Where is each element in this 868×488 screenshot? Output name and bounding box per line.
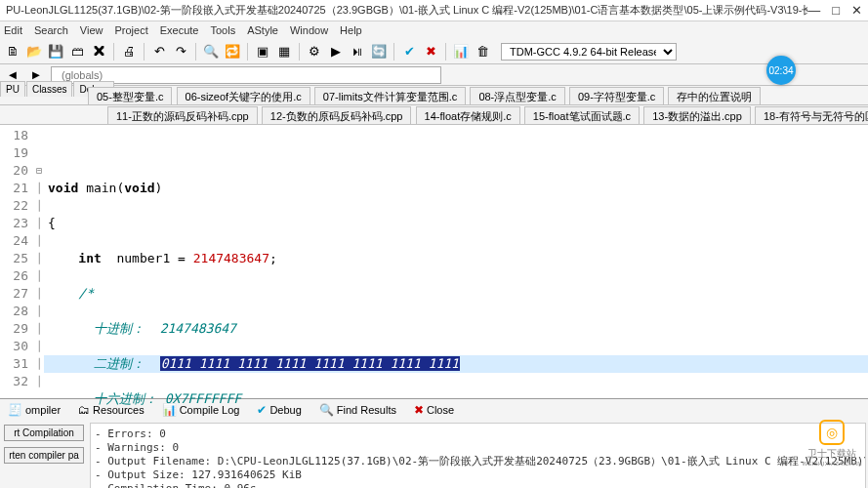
fold-icon: ⊟: [34, 162, 44, 180]
compilerun-icon[interactable]: ⏯: [349, 43, 366, 61]
text-selection: 0111 1111 1111 1111 1111 1111 1111 1111: [160, 356, 460, 371]
file-tab[interactable]: 09-字符型变量.c: [569, 87, 664, 105]
print-icon[interactable]: 🖨: [120, 43, 138, 61]
file-tab[interactable]: 14-float存储规则.c: [416, 106, 520, 125]
goto2-icon[interactable]: ▦: [275, 43, 293, 61]
menu-edit[interactable]: Edit: [4, 24, 22, 36]
toolbar-separator: [393, 43, 394, 61]
close-tab-icon: ✖: [414, 403, 424, 417]
menu-view[interactable]: View: [80, 24, 103, 36]
bottom-panel: 🧾ompiler 🗂Resources 📊Compile Log ✔Debug …: [0, 398, 868, 488]
menu-tools[interactable]: Tools: [210, 24, 235, 36]
menu-execute[interactable]: Execute: [160, 24, 199, 36]
file-tab[interactable]: 15-float笔试面试题.c: [524, 106, 640, 125]
toolbar-separator: [113, 43, 114, 61]
main-toolbar: 🗎 📂 💾 🗃 🗙 🖨 ↶ ↷ 🔍 🔁 ▣ ▦ ⚙ ▶ ⏯ 🔄 ✔ ✖ 📊 🗑 …: [0, 39, 868, 64]
bottom-tab-find[interactable]: 🔍Find Results: [315, 401, 400, 419]
line-gutter: 181920 212223 242526 272829 303132: [0, 125, 34, 398]
menu-project[interactable]: Project: [114, 24, 147, 36]
bottom-left-buttons: rt Compilation rten compiler pa: [0, 421, 88, 488]
maximize-icon[interactable]: □: [832, 3, 840, 18]
window-title: PU-LeonJLGL1125(37.1GB)\02-第一阶段嵌入式开发基础20…: [6, 3, 807, 18]
menu-search[interactable]: Search: [34, 24, 68, 36]
fold-column: ⊟││││││││││││: [34, 125, 44, 398]
toolbar-separator: [195, 43, 196, 61]
bottom-tab-compile-log[interactable]: 📊Compile Log: [158, 401, 244, 419]
close-icon[interactable]: ✕: [851, 3, 862, 18]
toolbar-separator: [247, 43, 248, 61]
left-tab-classes[interactable]: Classes: [26, 81, 73, 97]
run-icon[interactable]: ▶: [327, 43, 345, 61]
bottom-tab-compiler[interactable]: 🧾ompiler: [4, 401, 64, 419]
compile-output: - Errors: 0 - Warnings: 0 - Output Filen…: [90, 423, 866, 488]
file-tab[interactable]: 05-整型变量.c: [88, 87, 172, 105]
file-tabs-row2: 11-正数的源码反码补码.cpp 12-负数的原码反码补码.cpp 14-flo…: [0, 105, 868, 125]
file-tab[interactable]: 18-有符号与无符号的区别.c: [755, 106, 868, 125]
delete-icon[interactable]: 🗑: [474, 43, 491, 61]
left-tab-pu[interactable]: PU: [0, 81, 25, 97]
undo-icon[interactable]: ↶: [150, 43, 168, 61]
debug-icon[interactable]: ✔: [400, 43, 418, 61]
file-tab[interactable]: 存中的位置说明: [668, 87, 761, 105]
abort-compilation-button[interactable]: rt Compilation: [4, 425, 84, 441]
menu-window[interactable]: Window: [290, 24, 328, 36]
title-bar: PU-LeonJLGL1125(37.1GB)\02-第一阶段嵌入式开发基础20…: [0, 0, 868, 21]
bottom-tabs: 🧾ompiler 🗂Resources 📊Compile Log ✔Debug …: [0, 399, 868, 421]
file-tab[interactable]: 07-limits文件计算变量范围.c: [314, 87, 467, 105]
compile-icon[interactable]: ⚙: [306, 43, 323, 61]
resources-icon: 🗂: [78, 403, 90, 417]
code-text[interactable]: void main(void) { int number1 = 21474836…: [44, 125, 868, 398]
new-icon[interactable]: 🗎: [4, 43, 21, 61]
minimize-icon[interactable]: —: [807, 3, 820, 18]
close-file-icon[interactable]: 🗙: [90, 43, 107, 61]
file-tab[interactable]: 11-正数的源码反码补码.cpp: [107, 106, 258, 125]
menu-astyle[interactable]: AStyle: [247, 24, 278, 36]
file-tab[interactable]: 13-数据的溢出.cpp: [643, 106, 751, 125]
bottom-tab-debug[interactable]: ✔Debug: [253, 401, 305, 419]
redo-icon[interactable]: ↷: [172, 43, 189, 61]
watermark-icon: ◎: [819, 420, 845, 445]
menu-help[interactable]: Help: [340, 24, 362, 36]
find-icon: 🔍: [319, 403, 334, 417]
compiler-select[interactable]: TDM-GCC 4.9.2 64-bit Release: [501, 43, 677, 61]
compiler-icon: 🧾: [8, 403, 22, 417]
file-tab[interactable]: 06-sizeof关键字的使用.c: [177, 87, 310, 105]
shorten-path-button[interactable]: rten compiler pa: [4, 447, 84, 464]
save-icon[interactable]: 💾: [47, 43, 64, 61]
bottom-tab-close[interactable]: ✖Close: [410, 401, 458, 419]
file-tab[interactable]: 12-负数的原码反码补码.cpp: [262, 106, 412, 125]
toolbar-separator: [144, 43, 145, 61]
stop-icon[interactable]: ✖: [422, 43, 439, 61]
watermark: ◎ 卫士下载站 WEISHIXIAZAIZHAN: [803, 420, 862, 467]
replace-icon[interactable]: 🔁: [224, 43, 241, 61]
saveall-icon[interactable]: 🗃: [68, 43, 86, 61]
find-icon[interactable]: 🔍: [202, 43, 220, 61]
timer-badge: 02:34: [766, 56, 796, 85]
open-icon[interactable]: 📂: [25, 43, 43, 61]
watermark-url: WEISHIXIAZAIZHAN: [803, 461, 862, 467]
file-tabs-row1: 05-整型变量.c 06-sizeof关键字的使用.c 07-limits文件计…: [0, 86, 868, 105]
rebuild-icon[interactable]: 🔄: [370, 43, 388, 61]
file-tab[interactable]: 08-浮点型变量.c: [470, 87, 564, 105]
goto-icon[interactable]: ▣: [254, 43, 271, 61]
watermark-name: 卫士下载站: [807, 447, 856, 461]
window-controls: — □ ✕: [807, 3, 862, 18]
bottom-tab-resources[interactable]: 🗂Resources: [74, 401, 148, 419]
class-bar: ◄ ►: [0, 64, 868, 86]
log-icon: 📊: [162, 403, 177, 417]
profile-icon[interactable]: 📊: [452, 43, 470, 61]
menu-bar: Edit Search View Project Execute Tools A…: [0, 21, 868, 39]
editor[interactable]: 181920 212223 242526 272829 303132 ⊟││││…: [0, 125, 868, 398]
debug-icon: ✔: [257, 403, 267, 417]
toolbar-separator: [299, 43, 300, 61]
toolbar-separator: [445, 43, 446, 61]
